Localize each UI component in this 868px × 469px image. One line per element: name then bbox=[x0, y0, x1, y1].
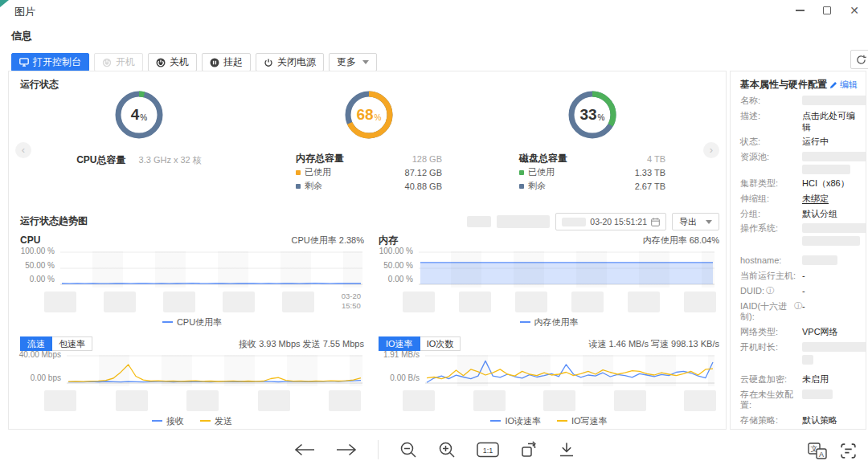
redacted-x-label bbox=[163, 292, 195, 312]
minimize-icon bbox=[796, 10, 805, 11]
redacted-filter[interactable] bbox=[497, 215, 550, 228]
more-button[interactable]: 更多 bbox=[329, 53, 377, 71]
tab-packet-rate[interactable]: 包速率 bbox=[52, 336, 92, 351]
property-label: 名称: bbox=[740, 96, 802, 107]
redacted-x-label bbox=[684, 292, 716, 312]
property-row: 存储策略: 默认策略 bbox=[740, 415, 858, 426]
console-icon bbox=[19, 58, 29, 67]
x-axis-labels: 03-2015:50 bbox=[44, 292, 364, 312]
properties-title: 基本属性与硬件配置 bbox=[740, 78, 827, 92]
chart-legend: 接收发送 bbox=[20, 415, 364, 426]
refresh-button[interactable] bbox=[850, 50, 868, 69]
redacted-x-label bbox=[329, 390, 361, 411]
edit-button[interactable]: 编辑 bbox=[829, 79, 858, 91]
property-label: 分组: bbox=[740, 209, 802, 220]
cpu-gauge: 4% CPU总容量 3.3 GHz x 32 核 bbox=[43, 89, 235, 167]
disk-total-label: 磁盘总容量 bbox=[519, 152, 567, 165]
redacted-x-label bbox=[684, 390, 716, 411]
translate-button[interactable]: 文 A bbox=[808, 442, 827, 459]
shutdown-button[interactable]: 关机 bbox=[148, 53, 197, 71]
property-row: hostname: bbox=[740, 255, 858, 267]
carousel-next-button[interactable]: › bbox=[703, 142, 719, 158]
minimize-button[interactable] bbox=[786, 0, 813, 21]
redacted-x-label bbox=[543, 390, 575, 411]
cpu-spec: 3.3 GHz x 32 核 bbox=[139, 154, 202, 166]
tab-flow-rate[interactable]: 流速 bbox=[20, 336, 52, 351]
cpu-trend-chart: CPU CPU使用率 2.38% 100.00 %50.00 %0.00 % 0… bbox=[20, 232, 364, 328]
legend-item[interactable]: IO写速率 bbox=[557, 415, 608, 426]
suspend-button[interactable]: 挂起 bbox=[202, 53, 251, 71]
open-console-button[interactable]: 打开控制台 bbox=[11, 53, 89, 71]
property-row: 操作系统: bbox=[740, 223, 858, 246]
download-button[interactable] bbox=[559, 442, 575, 458]
chevron-down-icon bbox=[706, 220, 712, 227]
property-row: 存在未生效配置: bbox=[740, 389, 858, 412]
tab-io-rate[interactable]: IO速率 bbox=[379, 336, 420, 351]
x-axis-labels bbox=[403, 292, 719, 312]
property-row: 开机时长: bbox=[740, 342, 858, 365]
redacted-x-label bbox=[44, 292, 76, 312]
redacted-value bbox=[802, 96, 866, 105]
x-axis-end-label: 03-2015:50 bbox=[342, 292, 361, 311]
chart-legend: CPU使用率 bbox=[20, 316, 364, 328]
property-label: 网络类型: bbox=[740, 327, 802, 338]
close-button[interactable]: ✕ bbox=[841, 0, 868, 21]
forward-button[interactable] bbox=[336, 443, 357, 456]
redacted-filter[interactable] bbox=[467, 216, 491, 227]
rotate-button[interactable] bbox=[520, 441, 538, 459]
zoom-in-button[interactable] bbox=[438, 441, 456, 459]
pencil-icon bbox=[829, 81, 837, 89]
chevron-down-icon bbox=[362, 60, 369, 67]
x-axis-labels bbox=[44, 390, 364, 411]
property-label: 云硬盘加密: bbox=[740, 374, 802, 385]
trend-filter-bar: 03-20 15:51:21 导出 bbox=[467, 213, 719, 230]
redacted-x-label bbox=[223, 292, 255, 312]
carousel-prev-button[interactable]: ‹ bbox=[15, 142, 31, 158]
legend-item[interactable]: 接收 bbox=[152, 415, 184, 426]
page-title: 信息 bbox=[11, 29, 868, 43]
redacted-value bbox=[802, 236, 860, 246]
property-label: 当前运行主机: bbox=[740, 271, 802, 282]
back-button[interactable] bbox=[294, 443, 315, 456]
legend-item[interactable]: 内存使用率 bbox=[520, 316, 579, 328]
power-on-button[interactable]: 开机 bbox=[94, 53, 143, 71]
property-label: 存在未生效配置: bbox=[740, 389, 802, 412]
power-off-filled-icon bbox=[156, 58, 166, 67]
ocr-button[interactable] bbox=[840, 442, 857, 459]
property-label: DUID:ⓘ bbox=[740, 286, 802, 297]
redacted-value bbox=[802, 223, 866, 233]
legend-item[interactable]: IO读速率 bbox=[490, 415, 541, 426]
zoom-out-button[interactable] bbox=[399, 441, 417, 459]
info-icon[interactable]: ⓘ bbox=[766, 286, 774, 295]
info-icon[interactable]: ⓘ bbox=[794, 301, 802, 310]
window-titlebar: 图片 ✕ bbox=[0, 0, 868, 21]
tab-io-count[interactable]: IO次数 bbox=[420, 336, 461, 351]
date-range-picker[interactable]: 03-20 15:51:21 bbox=[555, 213, 666, 230]
export-dropdown[interactable]: 导出 bbox=[672, 213, 719, 230]
property-row: 云硬盘加密: 未启用 bbox=[740, 374, 858, 385]
redacted-value bbox=[802, 255, 837, 265]
actual-size-button[interactable]: 1:1 bbox=[477, 442, 499, 458]
used-dot bbox=[519, 170, 524, 175]
maximize-icon bbox=[823, 6, 831, 14]
network-trend-chart: 流速 包速率 接收 3.93 Mbps 发送 7.55 Mbps 40.00 M… bbox=[20, 336, 364, 426]
network-chart-tabs: 流速 包速率 bbox=[20, 336, 92, 351]
property-value: 点击此处可编辑 bbox=[802, 111, 858, 133]
redacted-x-label bbox=[473, 390, 506, 411]
toolbar-divider bbox=[378, 440, 379, 459]
rotate-icon bbox=[520, 441, 538, 459]
vm-action-toolbar: 打开控制台 开机 关机 挂起 关闭电源 更多 bbox=[11, 53, 868, 71]
power-off-button[interactable]: 关闭电源 bbox=[256, 53, 324, 71]
window-corner-artifact bbox=[0, 0, 9, 7]
redacted-value bbox=[802, 389, 833, 399]
legend-item[interactable]: 发送 bbox=[200, 415, 232, 426]
maximize-button[interactable] bbox=[813, 0, 841, 21]
legend-item[interactable]: CPU使用率 bbox=[162, 316, 222, 328]
property-label: IAID(十六进制):ⓘ bbox=[740, 301, 802, 324]
property-label: 描述: bbox=[740, 111, 802, 133]
property-value: 默认策略 bbox=[802, 415, 837, 426]
io-stat: 读速 1.46 MB/s 写速 998.13 KB/s bbox=[588, 338, 719, 350]
y-axis-labels: 40.00 Mbps0.00 bps bbox=[20, 351, 67, 382]
window-title: 图片 bbox=[14, 2, 35, 19]
property-row: 状态: 运行中 bbox=[740, 137, 858, 148]
